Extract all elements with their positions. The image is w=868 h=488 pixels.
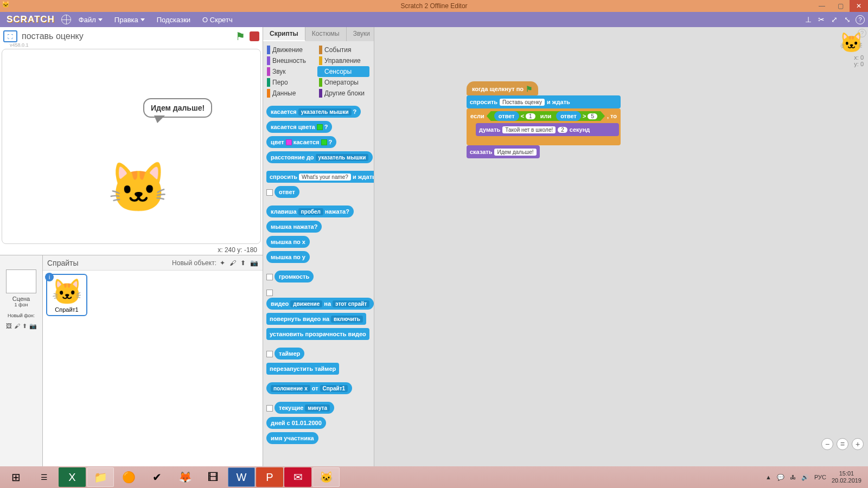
tray-up-icon[interactable]: ▲ [765,474,771,480]
block-touching[interactable]: касаетсяуказатель мышки? [266,106,361,118]
tray-volume-icon[interactable]: 🔊 [801,474,809,481]
window-title: Scratch 2 Offline Editor [400,2,467,10]
cat-events[interactable]: События [317,44,369,55]
sprite-cat[interactable]: 🐱 [108,163,169,212]
project-title[interactable]: поставь оценку [22,31,84,41]
edit-menu[interactable]: Правка [110,16,149,24]
zoom-out-icon[interactable]: − [821,438,833,450]
stop-button[interactable] [250,31,259,41]
tray-clock[interactable]: 15:01 20.02.2019 [832,470,861,484]
grow-tool-icon[interactable]: ⤢ [829,15,839,24]
task-view-icon[interactable]: ☰ [30,467,58,487]
backdrop-camera-icon[interactable]: 📷 [29,323,37,330]
tray-action-center-icon[interactable]: 💬 [777,474,784,481]
mail-icon[interactable]: ✉ [284,467,311,487]
excel-icon[interactable]: X [59,467,86,487]
blender-icon[interactable]: 🟠 [115,467,142,487]
fullscreen-icon[interactable]: ⛶ [3,30,17,42]
cat-control[interactable]: Управление [317,55,369,66]
stamp-tool-icon[interactable]: ⊥ [803,15,813,24]
cat-sound[interactable]: Звук [265,66,317,77]
cat-operators[interactable]: Операторы [317,77,369,88]
block-attribute-of[interactable]: положение xотСпрайт1 [266,382,352,394]
cat-pen[interactable]: Перо [265,77,317,88]
monitor-loudness-checkbox[interactable] [266,274,273,280]
zoom-in-icon[interactable]: + [852,438,864,450]
block-mouse-y[interactable]: мышка по y [266,251,310,263]
block-ask-and-wait[interactable]: спроситьПоставь оценкуи ждать [467,95,621,108]
block-when-flag-clicked[interactable]: когда щелкнут по⚑ [467,81,538,95]
script-help-icon[interactable]: ? [858,29,866,37]
minimize-button[interactable]: — [813,0,831,12]
monitor-timer-checkbox[interactable] [266,351,273,357]
stage-thumbnail[interactable] [6,269,36,293]
block-mouse-x[interactable]: мышка по x [266,236,310,248]
cat-data[interactable]: Данные [265,88,317,99]
close-button[interactable]: ✕ [850,0,868,12]
cat-looks[interactable]: Внешность [265,55,317,66]
backdrop-paint-icon[interactable]: 🖌 [14,323,20,330]
block-answer[interactable]: ответ [275,186,299,198]
block-if-then[interactable]: если ответ < 1 или ответ > 5 [467,108,621,145]
shrink-tool-icon[interactable]: ⤡ [843,15,852,24]
monitor-video-checkbox[interactable] [266,290,273,296]
explorer-icon[interactable]: 📁 [87,467,114,487]
firefox-icon[interactable]: 🦊 [171,467,199,487]
tab-scripts[interactable]: Скрипты [263,27,305,41]
green-flag-icon[interactable]: ⚑ [235,30,245,43]
monitor-current-checkbox[interactable] [266,405,273,412]
powerpoint-icon[interactable]: P [256,467,283,487]
block-think-for-secs[interactable]: думатьТакой нет в школе!2секунд [476,123,619,136]
script-stack[interactable]: когда щелкнут по⚑ спроситьПоставь оценку… [467,81,621,158]
block-mouse-down[interactable]: мышка нажата? [266,221,322,233]
block-timer[interactable]: таймер [275,348,304,359]
backdrop-library-icon[interactable]: 🖼 [6,323,12,330]
cat-motion[interactable]: Движение [265,44,317,55]
tray-network-icon[interactable]: 🖧 [790,474,796,480]
script-area[interactable]: 🐱 x: 0 y: 0 ? когда щелкнут по⚑ спросить… [374,27,868,472]
sprite-upload-icon[interactable]: ⬆ [240,259,246,267]
tray-language[interactable]: РУС [814,474,826,480]
about-menu[interactable]: О Скретч [198,16,237,24]
sprite-camera-icon[interactable]: 📷 [250,259,258,267]
tab-sounds[interactable]: Звуки [347,27,377,41]
block-color-touching[interactable]: цветкасается? [266,136,336,148]
monitor-answer-checkbox[interactable] [266,189,273,196]
notes-icon[interactable]: ✔ [143,467,170,487]
start-button[interactable]: ⊞ [2,467,29,487]
stage[interactable]: Идем дальше! 🐱 [2,49,261,244]
sprite-paint-icon[interactable]: 🖌 [229,259,236,267]
zoom-reset-icon[interactable]: = [837,438,848,450]
block-username[interactable]: имя участника [266,432,318,444]
language-icon[interactable] [61,15,71,24]
block-video-transparency[interactable]: установить прозрачность видео [266,328,369,340]
cat-more[interactable]: Другие блоки [317,88,369,99]
block-days-since-2000[interactable]: дней с 01.01.2000 [266,417,326,429]
block-video-on[interactable]: видеодвижениенаэтот спрайт [266,298,374,310]
block-say[interactable]: сказатьИдем дальше! [467,145,540,158]
media-icon[interactable]: 🎞 [200,467,227,487]
sprite-info-icon[interactable]: i [45,273,54,281]
block-ask[interactable]: спроситьWhat's your name?и ждать [266,171,374,183]
file-menu[interactable]: Файл [74,16,107,24]
help-icon[interactable]: ? [856,15,865,24]
block-loudness[interactable]: громкость [275,271,314,282]
cut-tool-icon[interactable]: ✂ [816,15,826,24]
taskbar: ⊞ ☰ X 📁 🟠 ✔ 🦊 🎞 W P ✉ 🐱 ▲ 💬 🖧 🔊 РУС 15:0… [0,466,868,488]
new-sprite-label: Новый объект: [172,259,216,267]
sprite-item-1[interactable]: i 🐱 Спрайт1 [46,274,87,316]
sprite-library-icon[interactable]: ✦ [220,259,225,267]
block-distance-to[interactable]: расстояние доуказатель мышки [266,151,373,163]
backdrop-upload-icon[interactable]: ⬆ [22,323,27,330]
tips-menu[interactable]: Подсказки [152,16,195,24]
block-key-pressed[interactable]: клавишапробелнажата? [266,206,354,217]
scratch-taskbar-icon[interactable]: 🐱 [312,467,340,487]
tab-costumes[interactable]: Костюмы [305,27,347,41]
block-touching-color[interactable]: касается цвета? [266,121,332,133]
block-reset-timer[interactable]: перезапустить таймер [266,363,339,375]
block-current-time[interactable]: текущиеминута [275,402,334,414]
cat-sensing[interactable]: Сенсоры [317,66,369,77]
word-icon[interactable]: W [228,467,255,487]
maximize-button[interactable]: ▢ [831,0,850,12]
block-turn-video[interactable]: повернуть видео навключить [266,313,366,325]
